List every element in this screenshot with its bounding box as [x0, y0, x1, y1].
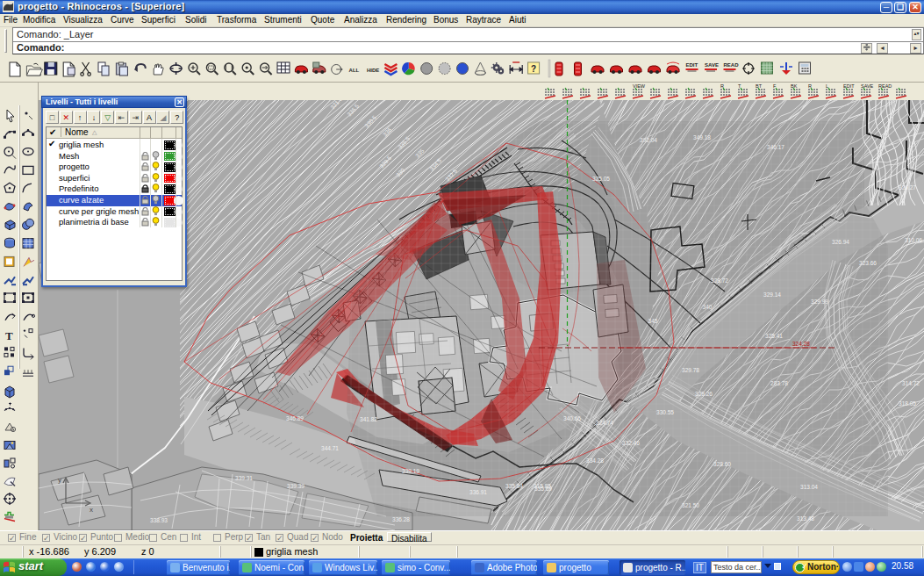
svg-text:EDIT: EDIT	[686, 62, 698, 68]
svg-text:340: 340	[703, 304, 713, 310]
svg-text:338.93: 338.93	[150, 517, 168, 523]
svg-text:SAVE: SAVE	[705, 62, 719, 68]
svg-text:318.05: 318.05	[899, 400, 916, 407]
svg-text:328.72: 328.72	[711, 277, 728, 284]
svg-text:349.18: 349.18	[693, 134, 711, 140]
svg-text:335.84: 335.84	[505, 483, 523, 489]
svg-text:R: R	[720, 83, 724, 89]
svg-text:HIDE: HIDE	[367, 68, 379, 73]
svg-text:339.19: 339.19	[402, 468, 419, 474]
svg-text:345: 345	[648, 318, 658, 324]
svg-text:340.66: 340.66	[563, 415, 581, 421]
svg-text:READ: READ	[878, 83, 892, 89]
svg-text:325.41: 325.41	[765, 333, 783, 339]
svg-text:329.78: 329.78	[682, 367, 699, 373]
svg-text:323.66: 323.66	[859, 260, 877, 266]
svg-text:328.26: 328.26	[695, 391, 713, 397]
svg-text:392.04: 392.04	[640, 137, 657, 143]
svg-text:334.28: 334.28	[586, 457, 604, 464]
svg-text:326.94: 326.94	[832, 239, 849, 245]
svg-text:332.46: 332.46	[622, 440, 640, 446]
svg-text:314.72: 314.72	[902, 380, 920, 386]
svg-text:329.14: 329.14	[763, 292, 781, 298]
svg-text:325.05: 325.05	[592, 176, 610, 182]
svg-text:?: ?	[531, 64, 536, 74]
svg-text:329.99: 329.99	[811, 299, 828, 305]
svg-text:ALL: ALL	[349, 68, 360, 73]
svg-text:344.71: 344.71	[321, 445, 339, 451]
svg-text:BK: BK	[791, 83, 798, 89]
svg-text:324.28: 324.28	[792, 341, 810, 347]
svg-text:326.27: 326.27	[899, 184, 916, 191]
svg-text:324.74: 324.74	[596, 420, 613, 426]
svg-text:310.06: 310.06	[905, 237, 922, 243]
svg-text:313.04: 313.04	[800, 484, 818, 490]
svg-text:EDIT: EDIT	[843, 83, 855, 89]
svg-text:283.78: 283.78	[770, 380, 788, 386]
svg-text:336.91: 336.91	[469, 489, 487, 495]
svg-text:339.39: 339.39	[287, 483, 304, 489]
svg-text:BT: BT	[756, 83, 763, 89]
svg-text:VIEW: VIEW	[633, 83, 646, 89]
svg-text:330.55: 330.55	[656, 409, 674, 415]
svg-text:339.31: 339.31	[235, 475, 253, 481]
svg-text:SAVE: SAVE	[861, 83, 874, 89]
svg-text:R: R	[808, 83, 812, 89]
svg-text:341.82: 341.82	[360, 416, 377, 422]
svg-text:L: L	[826, 83, 828, 89]
svg-text:READ: READ	[724, 62, 740, 68]
svg-text:y: y	[58, 476, 61, 484]
svg-text:346.17: 346.17	[767, 144, 784, 150]
svg-text:x: x	[90, 506, 93, 514]
svg-text:328.60: 328.60	[713, 461, 731, 467]
svg-text:313.48: 313.48	[797, 515, 814, 522]
svg-text:335.69: 335.69	[534, 486, 552, 492]
svg-text:346.89: 346.89	[286, 415, 304, 421]
svg-text:T: T	[5, 329, 13, 342]
svg-text:336.28: 336.28	[392, 516, 410, 522]
svg-text:321.50: 321.50	[682, 502, 699, 508]
